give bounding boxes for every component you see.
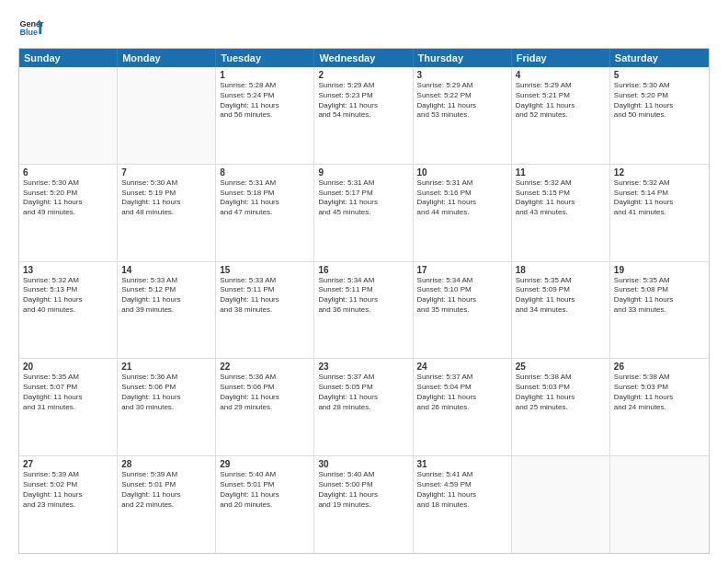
day-cell-29: 29Sunrise: 5:40 AMSunset: 5:01 PMDayligh… — [216, 456, 314, 553]
day-number: 9 — [318, 167, 408, 178]
day-info: Sunrise: 5:34 AMSunset: 5:10 PMDaylight:… — [417, 276, 507, 316]
header-cell-thursday: Thursday — [414, 49, 512, 67]
day-info: Sunrise: 5:29 AMSunset: 5:23 PMDaylight:… — [318, 81, 408, 121]
day-info: Sunrise: 5:29 AMSunset: 5:22 PMDaylight:… — [417, 81, 507, 121]
day-cell-25: 25Sunrise: 5:38 AMSunset: 5:03 PMDayligh… — [512, 359, 610, 455]
day-number: 27 — [23, 459, 113, 469]
day-number: 28 — [121, 459, 211, 469]
day-info: Sunrise: 5:41 AMSunset: 4:59 PMDaylight:… — [417, 470, 507, 510]
day-number: 1 — [220, 70, 310, 80]
logo-icon: General Blue — [18, 15, 44, 40]
day-info: Sunrise: 5:29 AMSunset: 5:21 PMDaylight:… — [516, 81, 606, 121]
day-cell-2: 2Sunrise: 5:29 AMSunset: 5:23 PMDaylight… — [314, 67, 413, 164]
day-info: Sunrise: 5:40 AMSunset: 5:01 PMDaylight:… — [220, 470, 310, 510]
day-info: Sunrise: 5:32 AMSunset: 5:14 PMDaylight:… — [614, 178, 705, 218]
day-number: 23 — [318, 362, 408, 372]
header-cell-saturday: Saturday — [610, 49, 709, 67]
day-info: Sunrise: 5:37 AMSunset: 5:04 PMDaylight:… — [417, 373, 507, 412]
day-info: Sunrise: 5:38 AMSunset: 5:03 PMDaylight:… — [614, 373, 705, 412]
day-info: Sunrise: 5:30 AMSunset: 5:19 PMDaylight:… — [121, 178, 211, 218]
day-cell-21: 21Sunrise: 5:36 AMSunset: 5:06 PMDayligh… — [118, 359, 216, 455]
day-cell-7: 7Sunrise: 5:30 AMSunset: 5:19 PMDaylight… — [118, 165, 216, 261]
day-cell-8: 8Sunrise: 5:31 AMSunset: 5:18 PMDaylight… — [216, 165, 314, 261]
day-info: Sunrise: 5:28 AMSunset: 5:24 PMDaylight:… — [220, 81, 310, 121]
day-cell-17: 17Sunrise: 5:34 AMSunset: 5:10 PMDayligh… — [414, 262, 512, 359]
day-number: 29 — [220, 459, 310, 469]
day-cell-1: 1Sunrise: 5:28 AMSunset: 5:24 PMDaylight… — [216, 67, 314, 164]
day-cell-15: 15Sunrise: 5:33 AMSunset: 5:11 PMDayligh… — [216, 262, 314, 359]
day-cell-4: 4Sunrise: 5:29 AMSunset: 5:21 PMDaylight… — [512, 67, 610, 164]
day-cell-9: 9Sunrise: 5:31 AMSunset: 5:17 PMDaylight… — [314, 165, 413, 261]
day-number: 19 — [614, 265, 705, 275]
calendar-row-1: 1Sunrise: 5:28 AMSunset: 5:24 PMDaylight… — [19, 67, 709, 165]
day-number: 8 — [220, 167, 310, 178]
day-cell-23: 23Sunrise: 5:37 AMSunset: 5:05 PMDayligh… — [314, 359, 413, 455]
svg-text:Blue: Blue — [19, 28, 38, 37]
day-number: 31 — [417, 459, 507, 469]
day-info: Sunrise: 5:32 AMSunset: 5:15 PMDaylight:… — [516, 178, 606, 218]
empty-cell — [118, 67, 216, 164]
day-cell-31: 31Sunrise: 5:41 AMSunset: 4:59 PMDayligh… — [414, 456, 512, 553]
day-cell-14: 14Sunrise: 5:33 AMSunset: 5:12 PMDayligh… — [118, 262, 216, 359]
day-number: 6 — [23, 167, 113, 178]
day-info: Sunrise: 5:36 AMSunset: 5:06 PMDaylight:… — [121, 373, 211, 412]
day-cell-20: 20Sunrise: 5:35 AMSunset: 5:07 PMDayligh… — [19, 359, 118, 455]
header-cell-friday: Friday — [512, 49, 610, 67]
day-info: Sunrise: 5:35 AMSunset: 5:07 PMDaylight:… — [23, 373, 113, 412]
day-number: 20 — [23, 362, 113, 372]
day-number: 3 — [417, 70, 507, 80]
day-info: Sunrise: 5:31 AMSunset: 5:18 PMDaylight:… — [220, 178, 310, 218]
logo: General Blue — [18, 15, 44, 40]
day-cell-3: 3Sunrise: 5:29 AMSunset: 5:22 PMDaylight… — [414, 67, 512, 164]
day-number: 30 — [318, 459, 408, 469]
day-info: Sunrise: 5:39 AMSunset: 5:01 PMDaylight:… — [121, 470, 211, 510]
header-cell-tuesday: Tuesday — [216, 49, 314, 67]
day-cell-28: 28Sunrise: 5:39 AMSunset: 5:01 PMDayligh… — [118, 456, 216, 553]
day-cell-19: 19Sunrise: 5:35 AMSunset: 5:08 PMDayligh… — [610, 262, 709, 359]
day-number: 7 — [121, 167, 211, 178]
calendar-row-3: 13Sunrise: 5:32 AMSunset: 5:13 PMDayligh… — [19, 262, 709, 360]
day-number: 16 — [318, 265, 408, 275]
day-cell-11: 11Sunrise: 5:32 AMSunset: 5:15 PMDayligh… — [512, 165, 610, 261]
day-number: 12 — [614, 167, 705, 178]
day-info: Sunrise: 5:33 AMSunset: 5:12 PMDaylight:… — [121, 276, 211, 316]
day-info: Sunrise: 5:35 AMSunset: 5:08 PMDaylight:… — [614, 276, 705, 316]
empty-cell — [19, 67, 118, 164]
day-number: 14 — [121, 265, 211, 275]
day-cell-16: 16Sunrise: 5:34 AMSunset: 5:11 PMDayligh… — [314, 262, 413, 359]
day-cell-6: 6Sunrise: 5:30 AMSunset: 5:20 PMDaylight… — [19, 165, 118, 261]
day-number: 18 — [516, 265, 606, 275]
day-number: 11 — [516, 167, 606, 178]
day-info: Sunrise: 5:36 AMSunset: 5:06 PMDaylight:… — [220, 373, 310, 412]
day-number: 21 — [121, 362, 211, 372]
day-cell-22: 22Sunrise: 5:36 AMSunset: 5:06 PMDayligh… — [216, 359, 314, 455]
calendar-row-5: 27Sunrise: 5:39 AMSunset: 5:02 PMDayligh… — [19, 456, 709, 553]
day-number: 13 — [23, 265, 113, 275]
day-cell-5: 5Sunrise: 5:30 AMSunset: 5:20 PMDaylight… — [610, 67, 709, 164]
day-cell-30: 30Sunrise: 5:40 AMSunset: 5:00 PMDayligh… — [314, 456, 413, 553]
day-info: Sunrise: 5:31 AMSunset: 5:17 PMDaylight:… — [318, 178, 408, 218]
day-info: Sunrise: 5:31 AMSunset: 5:16 PMDaylight:… — [417, 178, 507, 218]
empty-cell — [512, 456, 610, 553]
day-cell-24: 24Sunrise: 5:37 AMSunset: 5:04 PMDayligh… — [414, 359, 512, 455]
day-info: Sunrise: 5:30 AMSunset: 5:20 PMDaylight:… — [614, 81, 705, 121]
day-number: 2 — [318, 70, 408, 80]
calendar-row-4: 20Sunrise: 5:35 AMSunset: 5:07 PMDayligh… — [19, 359, 709, 456]
day-info: Sunrise: 5:38 AMSunset: 5:03 PMDaylight:… — [516, 373, 606, 412]
empty-cell — [610, 456, 709, 553]
day-info: Sunrise: 5:39 AMSunset: 5:02 PMDaylight:… — [23, 470, 113, 510]
header-cell-wednesday: Wednesday — [314, 49, 413, 67]
day-number: 15 — [220, 265, 310, 275]
day-cell-12: 12Sunrise: 5:32 AMSunset: 5:14 PMDayligh… — [610, 165, 709, 261]
day-info: Sunrise: 5:34 AMSunset: 5:11 PMDaylight:… — [318, 276, 408, 316]
day-number: 17 — [417, 265, 507, 275]
day-number: 22 — [220, 362, 310, 372]
day-info: Sunrise: 5:35 AMSunset: 5:09 PMDaylight:… — [516, 276, 606, 316]
day-info: Sunrise: 5:30 AMSunset: 5:20 PMDaylight:… — [23, 178, 113, 218]
calendar-body: 1Sunrise: 5:28 AMSunset: 5:24 PMDaylight… — [19, 67, 709, 553]
day-cell-26: 26Sunrise: 5:38 AMSunset: 5:03 PMDayligh… — [610, 359, 709, 455]
calendar: SundayMondayTuesdayWednesdayThursdayFrid… — [18, 48, 710, 554]
day-number: 4 — [516, 70, 606, 80]
day-info: Sunrise: 5:37 AMSunset: 5:05 PMDaylight:… — [318, 373, 408, 412]
header-cell-sunday: Sunday — [19, 49, 118, 67]
